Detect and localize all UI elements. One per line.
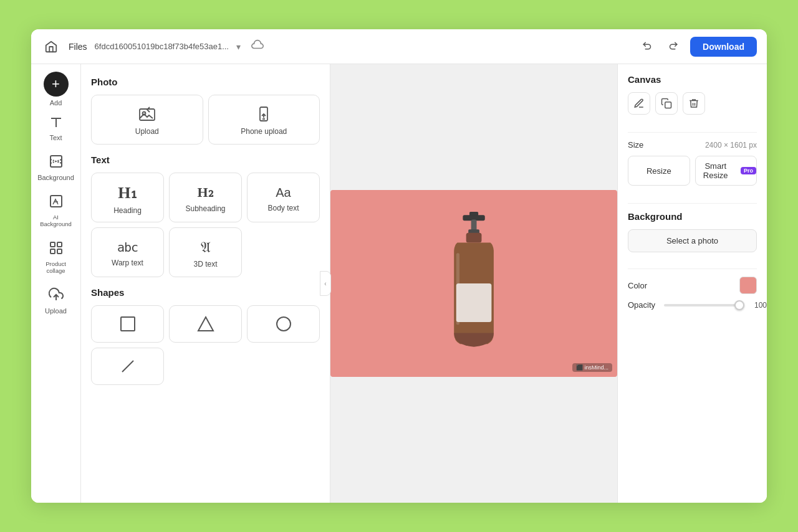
text-section-title: Text [91,154,320,165]
color-row: Color [628,277,757,294]
sidebar-item-product-collage[interactable]: Product collage [36,235,76,280]
smart-resize-label: Smart Resize [696,161,736,180]
svg-rect-9 [57,249,62,254]
collapse-panel-button[interactable]: ‹ [320,271,331,296]
add-circle-icon: + [44,72,69,97]
3d-text-icon: 𝔄 [201,239,211,256]
home-button[interactable] [41,37,61,57]
cloud-save-icon[interactable] [251,38,264,55]
opacity-value: 100 [749,301,767,310]
svg-rect-26 [456,283,492,322]
subheading-label: Subheading [185,204,225,213]
svg-rect-16 [121,317,135,331]
add-button[interactable]: + Add [44,72,69,107]
pro-badge: Pro [741,167,756,174]
sidebar-item-background[interactable]: Background [36,149,76,186]
heading-icon: H₁ [118,183,137,202]
square-shape-icon [118,315,137,333]
shapes-section-title: Shapes [91,287,320,298]
subheading-card[interactable]: H₂ Subheading [169,173,242,222]
upload-photo-label: Upload [135,127,159,136]
tools-panel-wrapper: Photo Upload [81,64,330,503]
color-swatch[interactable] [739,277,757,294]
3d-text-label: 3D text [193,260,217,268]
bottle-container [441,190,507,377]
opacity-slider[interactable] [664,304,744,306]
canvas-panel-title: Canvas [628,74,757,85]
svg-line-19 [122,361,133,372]
select-photo-button[interactable]: Select a photo [628,229,757,252]
sidebar-item-ai-bg-label: AI Background [39,214,74,228]
opacity-label: Opacity [628,300,659,310]
topbar: Files 6fdcd160051019bc18f73b4fe53ae1... … [31,29,767,64]
square-shape-card[interactable] [91,305,164,343]
circle-shape-icon [274,315,293,333]
background-panel-title: Background [628,211,757,222]
filename-chevron-icon[interactable]: ▾ [236,42,241,52]
watermark-label: ⬛ insMind... [572,363,612,372]
svg-point-18 [277,317,291,331]
phone-upload-card[interactable]: Phone upload [208,95,320,145]
redo-button[interactable] [663,37,683,57]
upload-icon [49,287,64,305]
canvas-image[interactable]: ⬛ insMind... [330,190,617,377]
main-content: + Add Text [31,64,767,503]
product-bottle-illustration [441,212,507,355]
phone-upload-label: Phone upload [241,127,287,136]
icon-sidebar: + Add Text [31,64,81,503]
divider-2 [628,203,757,204]
text-tools-grid: H₁ Heading H₂ Subheading Aa Body text ab… [91,173,320,277]
download-button[interactable]: Download [690,37,757,57]
size-label: Size [628,140,643,150]
body-text-label: Body text [267,204,299,212]
sidebar-item-upload[interactable]: Upload [36,282,76,320]
subheading-icon: H₂ [198,184,214,201]
body-text-icon: Aa [276,186,291,200]
sidebar-item-text[interactable]: Text [36,109,76,146]
svg-rect-6 [50,242,55,247]
resize-buttons: Resize Smart Resize Pro [628,156,757,186]
canvas-area: ⬛ insMind... [330,64,617,503]
canvas-toolbar [628,92,757,115]
undo-redo-controls [638,37,683,57]
svg-rect-8 [50,249,55,254]
warp-text-icon: abc [117,240,138,255]
warp-text-card[interactable]: abc Warp text [91,227,164,277]
files-link[interactable]: Files [69,42,87,52]
line-shape-icon [118,357,137,376]
smart-resize-button[interactable]: Smart Resize Pro [695,156,757,186]
line-shape-card[interactable] [91,348,164,385]
sidebar-item-product-collage-label: Product collage [39,260,74,275]
svg-rect-27 [665,102,671,108]
ai-background-icon [49,194,64,211]
triangle-shape-card[interactable] [169,305,242,343]
resize-button[interactable]: Resize [628,156,690,186]
3d-text-card[interactable]: 𝔄 3D text [169,227,242,277]
svg-marker-17 [198,317,213,331]
text-icon [49,114,64,131]
shapes-tools-grid [91,305,320,385]
sidebar-item-ai-background[interactable]: AI Background [36,189,76,233]
svg-rect-24 [466,233,482,243]
canvas-style-button[interactable] [628,92,650,115]
heading-card[interactable]: H₁ Heading [91,173,164,222]
size-row: Size 2400 × 1601 px [628,140,757,150]
product-collage-icon [49,240,64,258]
canvas-delete-button[interactable] [683,92,705,115]
color-label: Color [628,281,647,290]
body-text-card[interactable]: Aa Body text [247,173,320,222]
photo-section-title: Photo [91,77,320,87]
background-icon [49,154,64,171]
canvas-duplicate-button[interactable] [655,92,678,115]
divider-3 [628,268,757,269]
size-value: 2400 × 1601 px [705,141,757,150]
sidebar-item-upload-label: Upload [45,307,67,315]
undo-button[interactable] [638,37,658,57]
svg-rect-7 [57,242,62,247]
warp-text-label: Warp text [112,259,143,267]
upload-photo-card[interactable]: Upload [91,95,203,145]
right-panel: Canvas [617,64,767,503]
tools-panel: Photo Upload [81,64,330,503]
circle-shape-card[interactable] [247,305,320,343]
heading-label: Heading [113,206,142,215]
